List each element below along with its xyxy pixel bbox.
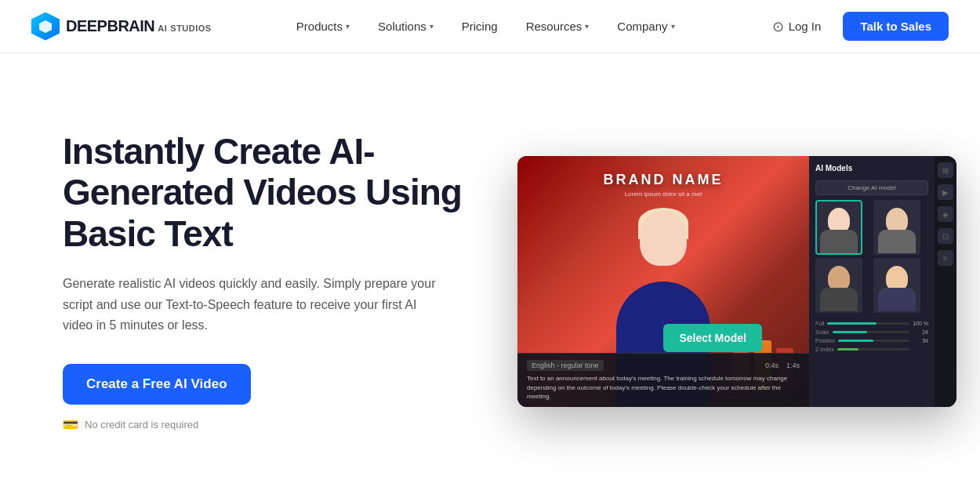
chevron-down-icon: ▾ <box>585 22 589 31</box>
create-free-video-button[interactable]: Create a Free AI Video <box>63 364 251 405</box>
chevron-down-icon: ▾ <box>671 22 675 31</box>
hero-title: Instantly Create AI-Generated Videos Usi… <box>63 131 470 256</box>
avatar-thumb-2[interactable] <box>873 200 920 255</box>
side-icons-panel: ⊞ ▶ ◈ ⊡ ≡ <box>935 156 956 407</box>
nav-products-label: Products <box>296 20 343 33</box>
control-position-fill <box>838 340 874 342</box>
panel-controls: Full 100 % Scale 24 Positi <box>815 321 928 355</box>
control-full-bar <box>827 322 909 325</box>
control-zindex-fill <box>837 348 859 351</box>
navbar: DEEPBRAIN AI STUDIOS Products ▾ Solution… <box>0 0 980 53</box>
nav-solutions-label: Solutions <box>378 20 426 33</box>
logo-studios: STUDIOS <box>170 24 211 33</box>
chevron-down-icon: ▾ <box>346 22 350 31</box>
logo-icon <box>31 13 60 41</box>
product-demo: BRAND NAME Lorem ipsum dolor sit a met S… <box>517 156 956 407</box>
credit-card-icon: 💳 <box>63 417 78 432</box>
logo-ai: AI <box>158 24 167 33</box>
control-zindex-label: Z-Index <box>815 347 834 352</box>
select-model-button[interactable]: Select Model <box>663 324 762 352</box>
control-full-fill <box>827 322 877 325</box>
control-scale-label: Scale <box>815 329 829 335</box>
brand-sub-overlay: Lorem ipsum dolor sit a met <box>625 191 702 198</box>
control-position-bar <box>838 340 909 342</box>
nav-links: Products ▾ Solutions ▾ Pricing Resources… <box>284 13 688 39</box>
script-duration: 0:4s 1:4s <box>765 361 800 369</box>
login-label: Log In <box>789 20 822 33</box>
control-scale-val: 24 <box>913 329 928 335</box>
side-icon-1[interactable]: ⊞ <box>938 162 953 178</box>
avatar-head <box>640 211 687 266</box>
script-text: Text to an announcement about today's me… <box>527 374 800 401</box>
nav-item-products[interactable]: Products ▾ <box>284 13 362 39</box>
control-zindex-bar <box>837 348 909 351</box>
nav-pricing-label: Pricing <box>462 20 498 33</box>
product-screenshot: BRAND NAME Lorem ipsum dolor sit a met S… <box>517 156 956 407</box>
avatar-thumb-4[interactable] <box>873 258 920 313</box>
nav-item-company[interactable]: Company ▾ <box>604 13 687 39</box>
avatar-thumb-1[interactable] <box>815 200 862 255</box>
hero-content: Instantly Create AI-Generated Videos Usi… <box>63 131 470 433</box>
avatar-body-2 <box>878 230 916 253</box>
nav-resources-label: Resources <box>526 20 583 33</box>
script-bar-header: English - regular tone 0:4s 1:4s <box>527 360 800 371</box>
nav-right: ⊙ Log In Talk to Sales <box>760 12 949 42</box>
logo[interactable]: DEEPBRAIN AI STUDIOS <box>31 13 212 41</box>
nav-item-solutions[interactable]: Solutions ▾ <box>365 13 446 39</box>
control-full-label: Full <box>815 321 824 326</box>
no-credit-label: No credit card is required <box>85 419 198 430</box>
svg-marker-0 <box>39 20 52 33</box>
login-button[interactable]: ⊙ Log In <box>760 12 834 42</box>
avatar-body-1 <box>820 230 858 253</box>
logo-text: DEEPBRAIN AI STUDIOS <box>66 17 212 35</box>
chevron-down-icon: ▾ <box>430 22 434 31</box>
nav-item-pricing[interactable]: Pricing <box>449 13 510 39</box>
avatar-thumb-3[interactable] <box>815 258 862 313</box>
user-icon: ⊙ <box>772 18 784 35</box>
brand-name-overlay: BRAND NAME <box>604 172 724 188</box>
hero-section: Instantly Create AI-Generated Videos Usi… <box>0 53 980 494</box>
logo-brand: DEEPBRAIN <box>66 17 154 35</box>
ai-models-panel: AI Models Change AI model <box>809 156 935 407</box>
hero-description: Generate realistic AI videos quickly and… <box>63 274 439 336</box>
control-zindex: Z-Index <box>815 347 928 352</box>
control-scale-fill <box>833 331 867 333</box>
control-full-val: 100 % <box>913 321 928 326</box>
control-scale: Scale 24 <box>815 329 928 335</box>
panel-title: AI Models <box>815 164 928 173</box>
side-icon-5[interactable]: ≡ <box>938 250 953 266</box>
video-preview: BRAND NAME Lorem ipsum dolor sit a met S… <box>517 156 809 407</box>
control-scale-bar <box>833 331 909 333</box>
avatar-body-3 <box>820 288 858 311</box>
avatar-body-4 <box>878 288 916 311</box>
script-language: English - regular tone <box>527 360 604 371</box>
control-position-label: Position <box>815 338 835 343</box>
no-credit-notice: 💳 No credit card is required <box>63 417 470 432</box>
control-position: Position 34 <box>815 338 928 343</box>
nav-company-label: Company <box>617 20 667 33</box>
nav-item-resources[interactable]: Resources ▾ <box>514 13 602 39</box>
side-icon-4[interactable]: ⊡ <box>938 228 953 244</box>
side-icon-2[interactable]: ▶ <box>938 184 953 200</box>
change-ai-model-btn[interactable]: Change AI model <box>815 180 928 195</box>
talk-to-sales-button[interactable]: Talk to Sales <box>843 12 949 41</box>
side-icon-3[interactable]: ◈ <box>938 206 953 222</box>
avatar-grid <box>815 200 928 313</box>
control-position-val: 34 <box>913 338 928 343</box>
control-full: Full 100 % <box>815 321 928 326</box>
script-bar: English - regular tone 0:4s 1:4s Text to… <box>517 353 809 407</box>
